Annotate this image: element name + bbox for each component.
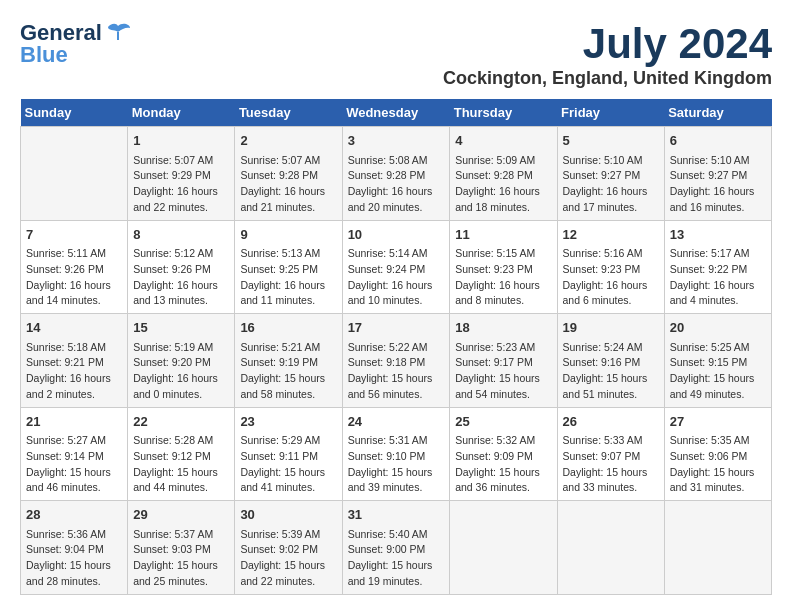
day-number: 14 [26,318,122,338]
calendar-cell: 11Sunrise: 5:15 AM Sunset: 9:23 PM Dayli… [450,220,557,314]
calendar-cell: 25Sunrise: 5:32 AM Sunset: 9:09 PM Dayli… [450,407,557,501]
day-info: Sunrise: 5:07 AM Sunset: 9:29 PM Dayligh… [133,153,229,216]
day-number: 13 [670,225,766,245]
day-number: 25 [455,412,551,432]
day-number: 1 [133,131,229,151]
day-number: 30 [240,505,336,525]
calendar-cell: 21Sunrise: 5:27 AM Sunset: 9:14 PM Dayli… [21,407,128,501]
calendar-header-row: SundayMondayTuesdayWednesdayThursdayFrid… [21,99,772,127]
calendar-cell: 4Sunrise: 5:09 AM Sunset: 9:28 PM Daylig… [450,127,557,221]
col-header-tuesday: Tuesday [235,99,342,127]
calendar-cell: 13Sunrise: 5:17 AM Sunset: 9:22 PM Dayli… [664,220,771,314]
calendar-cell: 23Sunrise: 5:29 AM Sunset: 9:11 PM Dayli… [235,407,342,501]
page-header: General Blue July 2024 Cockington, Engla… [20,20,772,89]
day-info: Sunrise: 5:19 AM Sunset: 9:20 PM Dayligh… [133,340,229,403]
day-info: Sunrise: 5:12 AM Sunset: 9:26 PM Dayligh… [133,246,229,309]
calendar-cell: 5Sunrise: 5:10 AM Sunset: 9:27 PM Daylig… [557,127,664,221]
day-info: Sunrise: 5:14 AM Sunset: 9:24 PM Dayligh… [348,246,445,309]
day-number: 7 [26,225,122,245]
day-number: 9 [240,225,336,245]
calendar-cell: 10Sunrise: 5:14 AM Sunset: 9:24 PM Dayli… [342,220,450,314]
day-number: 5 [563,131,659,151]
calendar-cell: 9Sunrise: 5:13 AM Sunset: 9:25 PM Daylig… [235,220,342,314]
day-info: Sunrise: 5:24 AM Sunset: 9:16 PM Dayligh… [563,340,659,403]
day-info: Sunrise: 5:18 AM Sunset: 9:21 PM Dayligh… [26,340,122,403]
calendar-week-row: 1Sunrise: 5:07 AM Sunset: 9:29 PM Daylig… [21,127,772,221]
day-number: 27 [670,412,766,432]
day-number: 31 [348,505,445,525]
calendar-cell: 26Sunrise: 5:33 AM Sunset: 9:07 PM Dayli… [557,407,664,501]
calendar-table: SundayMondayTuesdayWednesdayThursdayFrid… [20,99,772,595]
day-info: Sunrise: 5:32 AM Sunset: 9:09 PM Dayligh… [455,433,551,496]
day-info: Sunrise: 5:31 AM Sunset: 9:10 PM Dayligh… [348,433,445,496]
day-number: 26 [563,412,659,432]
col-header-friday: Friday [557,99,664,127]
day-info: Sunrise: 5:21 AM Sunset: 9:19 PM Dayligh… [240,340,336,403]
day-info: Sunrise: 5:16 AM Sunset: 9:23 PM Dayligh… [563,246,659,309]
calendar-cell [557,501,664,595]
col-header-sunday: Sunday [21,99,128,127]
day-info: Sunrise: 5:17 AM Sunset: 9:22 PM Dayligh… [670,246,766,309]
logo-bird-icon [104,22,132,44]
day-info: Sunrise: 5:27 AM Sunset: 9:14 PM Dayligh… [26,433,122,496]
day-info: Sunrise: 5:15 AM Sunset: 9:23 PM Dayligh… [455,246,551,309]
calendar-cell: 30Sunrise: 5:39 AM Sunset: 9:02 PM Dayli… [235,501,342,595]
calendar-cell [450,501,557,595]
day-info: Sunrise: 5:29 AM Sunset: 9:11 PM Dayligh… [240,433,336,496]
col-header-wednesday: Wednesday [342,99,450,127]
calendar-cell: 28Sunrise: 5:36 AM Sunset: 9:04 PM Dayli… [21,501,128,595]
day-info: Sunrise: 5:33 AM Sunset: 9:07 PM Dayligh… [563,433,659,496]
calendar-cell [664,501,771,595]
calendar-cell: 1Sunrise: 5:07 AM Sunset: 9:29 PM Daylig… [128,127,235,221]
day-number: 23 [240,412,336,432]
month-title: July 2024 [443,20,772,68]
calendar-cell: 19Sunrise: 5:24 AM Sunset: 9:16 PM Dayli… [557,314,664,408]
calendar-cell: 22Sunrise: 5:28 AM Sunset: 9:12 PM Dayli… [128,407,235,501]
calendar-cell: 2Sunrise: 5:07 AM Sunset: 9:28 PM Daylig… [235,127,342,221]
day-info: Sunrise: 5:25 AM Sunset: 9:15 PM Dayligh… [670,340,766,403]
calendar-cell: 15Sunrise: 5:19 AM Sunset: 9:20 PM Dayli… [128,314,235,408]
day-info: Sunrise: 5:09 AM Sunset: 9:28 PM Dayligh… [455,153,551,216]
day-info: Sunrise: 5:40 AM Sunset: 9:00 PM Dayligh… [348,527,445,590]
day-number: 21 [26,412,122,432]
day-number: 22 [133,412,229,432]
day-number: 8 [133,225,229,245]
calendar-week-row: 14Sunrise: 5:18 AM Sunset: 9:21 PM Dayli… [21,314,772,408]
calendar-cell: 29Sunrise: 5:37 AM Sunset: 9:03 PM Dayli… [128,501,235,595]
day-number: 10 [348,225,445,245]
calendar-week-row: 21Sunrise: 5:27 AM Sunset: 9:14 PM Dayli… [21,407,772,501]
calendar-week-row: 28Sunrise: 5:36 AM Sunset: 9:04 PM Dayli… [21,501,772,595]
calendar-cell: 18Sunrise: 5:23 AM Sunset: 9:17 PM Dayli… [450,314,557,408]
day-number: 12 [563,225,659,245]
day-number: 4 [455,131,551,151]
day-info: Sunrise: 5:39 AM Sunset: 9:02 PM Dayligh… [240,527,336,590]
calendar-cell [21,127,128,221]
day-number: 15 [133,318,229,338]
day-info: Sunrise: 5:22 AM Sunset: 9:18 PM Dayligh… [348,340,445,403]
location: Cockington, England, United Kingdom [443,68,772,89]
day-info: Sunrise: 5:23 AM Sunset: 9:17 PM Dayligh… [455,340,551,403]
calendar-cell: 6Sunrise: 5:10 AM Sunset: 9:27 PM Daylig… [664,127,771,221]
day-info: Sunrise: 5:11 AM Sunset: 9:26 PM Dayligh… [26,246,122,309]
calendar-cell: 27Sunrise: 5:35 AM Sunset: 9:06 PM Dayli… [664,407,771,501]
day-info: Sunrise: 5:10 AM Sunset: 9:27 PM Dayligh… [563,153,659,216]
calendar-cell: 8Sunrise: 5:12 AM Sunset: 9:26 PM Daylig… [128,220,235,314]
calendar-week-row: 7Sunrise: 5:11 AM Sunset: 9:26 PM Daylig… [21,220,772,314]
day-info: Sunrise: 5:10 AM Sunset: 9:27 PM Dayligh… [670,153,766,216]
day-number: 20 [670,318,766,338]
day-number: 17 [348,318,445,338]
calendar-cell: 3Sunrise: 5:08 AM Sunset: 9:28 PM Daylig… [342,127,450,221]
calendar-cell: 20Sunrise: 5:25 AM Sunset: 9:15 PM Dayli… [664,314,771,408]
col-header-monday: Monday [128,99,235,127]
day-number: 29 [133,505,229,525]
day-number: 19 [563,318,659,338]
day-info: Sunrise: 5:37 AM Sunset: 9:03 PM Dayligh… [133,527,229,590]
logo: General Blue [20,20,132,68]
title-area: July 2024 Cockington, England, United Ki… [443,20,772,89]
col-header-thursday: Thursday [450,99,557,127]
calendar-cell: 7Sunrise: 5:11 AM Sunset: 9:26 PM Daylig… [21,220,128,314]
day-number: 2 [240,131,336,151]
day-number: 28 [26,505,122,525]
logo-blue: Blue [20,42,68,68]
day-number: 6 [670,131,766,151]
